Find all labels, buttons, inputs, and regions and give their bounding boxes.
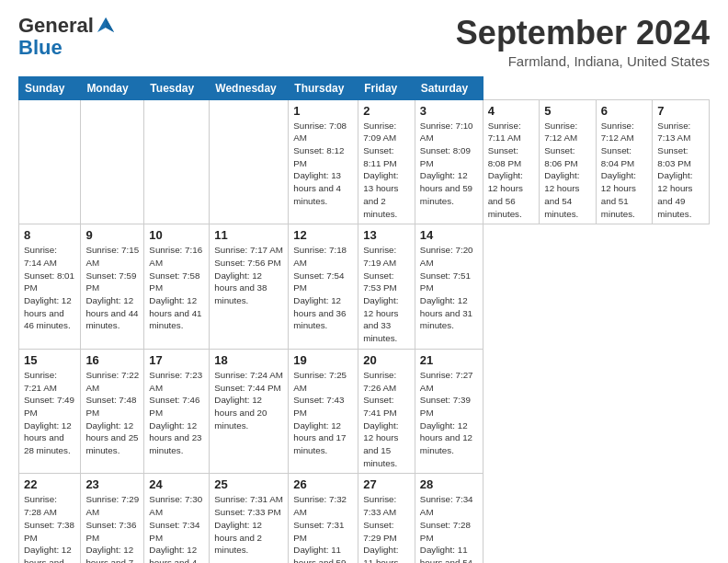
day-number: 6	[601, 104, 648, 118]
day-info: Sunrise: 7:25 AMSunset: 7:43 PMDaylight:…	[293, 370, 347, 455]
table-row: 21 Sunrise: 7:27 AMSunset: 7:39 PMDaylig…	[415, 349, 483, 474]
table-row	[19, 99, 81, 224]
day-number: 20	[363, 353, 410, 367]
day-number: 1	[293, 104, 353, 118]
day-info: Sunrise: 7:34 AMSunset: 7:28 PMDaylight:…	[420, 494, 473, 563]
day-info: Sunrise: 7:12 AMSunset: 8:06 PMDaylight:…	[544, 121, 579, 219]
table-row: 23 Sunrise: 7:29 AMSunset: 7:36 PMDaylig…	[81, 474, 144, 563]
day-number: 22	[24, 477, 75, 491]
calendar-week-row: 15 Sunrise: 7:21 AMSunset: 7:49 PMDaylig…	[19, 349, 710, 474]
table-row	[210, 99, 289, 224]
day-number: 4	[488, 104, 535, 118]
day-number: 19	[293, 353, 353, 367]
day-info: Sunrise: 7:31 AMSunset: 7:33 PMDaylight:…	[214, 494, 283, 555]
day-number: 26	[293, 477, 353, 491]
day-info: Sunrise: 7:13 AMSunset: 8:03 PMDaylight:…	[657, 121, 692, 219]
table-row: 1 Sunrise: 7:08 AMSunset: 8:12 PMDayligh…	[289, 99, 358, 224]
table-row: 7 Sunrise: 7:13 AMSunset: 8:03 PMDayligh…	[653, 99, 710, 224]
table-row: 25 Sunrise: 7:31 AMSunset: 7:33 PMDaylig…	[210, 474, 289, 563]
day-info: Sunrise: 7:22 AMSunset: 7:48 PMDaylight:…	[85, 370, 139, 455]
col-tuesday: Tuesday	[144, 76, 210, 99]
col-saturday: Saturday	[415, 76, 483, 99]
table-row: 8 Sunrise: 7:14 AMSunset: 8:01 PMDayligh…	[19, 224, 81, 350]
day-info: Sunrise: 7:29 AMSunset: 7:36 PMDaylight:…	[85, 494, 139, 563]
day-info: Sunrise: 7:30 AMSunset: 7:34 PMDaylight:…	[149, 494, 202, 563]
table-row	[144, 99, 210, 224]
title-block: September 2024 Farmland, Indiana, United…	[456, 15, 710, 69]
svg-marker-1	[106, 17, 114, 32]
table-row: 11 Sunrise: 7:17 AMSunset: 7:56 PMDaylig…	[210, 224, 289, 350]
day-number: 25	[214, 477, 283, 491]
day-number: 23	[85, 477, 139, 491]
calendar-header-row: Sunday Monday Tuesday Wednesday Thursday…	[19, 76, 710, 99]
col-thursday: Thursday	[289, 76, 358, 99]
table-row: 13 Sunrise: 7:19 AMSunset: 7:53 PMDaylig…	[358, 224, 415, 350]
table-row: 9 Sunrise: 7:15 AMSunset: 7:59 PMDayligh…	[81, 224, 144, 350]
day-info: Sunrise: 7:08 AMSunset: 8:12 PMDaylight:…	[293, 121, 347, 206]
day-number: 7	[657, 104, 704, 118]
day-info: Sunrise: 7:16 AMSunset: 7:58 PMDaylight:…	[149, 245, 202, 330]
day-info: Sunrise: 7:12 AMSunset: 8:04 PMDaylight:…	[601, 121, 636, 219]
logo-blue-text: Blue	[18, 37, 63, 59]
day-number: 28	[420, 477, 478, 491]
table-row: 27 Sunrise: 7:33 AMSunset: 7:29 PMDaylig…	[358, 474, 415, 563]
day-number: 16	[85, 353, 139, 367]
calendar-week-row: 22 Sunrise: 7:28 AMSunset: 7:38 PMDaylig…	[19, 474, 710, 563]
day-info: Sunrise: 7:33 AMSunset: 7:29 PMDaylight:…	[363, 494, 398, 563]
day-info: Sunrise: 7:14 AMSunset: 8:01 PMDaylight:…	[24, 245, 74, 330]
day-info: Sunrise: 7:19 AMSunset: 7:53 PMDaylight:…	[363, 245, 398, 343]
logo-general-text: General	[18, 15, 94, 37]
table-row: 3 Sunrise: 7:10 AMSunset: 8:09 PMDayligh…	[415, 99, 483, 224]
calendar-week-row: 1 Sunrise: 7:08 AMSunset: 8:12 PMDayligh…	[19, 99, 710, 224]
col-monday: Monday	[81, 76, 144, 99]
table-row: 26 Sunrise: 7:32 AMSunset: 7:31 PMDaylig…	[289, 474, 358, 563]
day-info: Sunrise: 7:20 AMSunset: 7:51 PMDaylight:…	[420, 245, 473, 330]
day-number: 14	[420, 228, 478, 242]
day-number: 17	[149, 353, 204, 367]
table-row: 10 Sunrise: 7:16 AMSunset: 7:58 PMDaylig…	[144, 224, 210, 350]
day-info: Sunrise: 7:11 AMSunset: 8:08 PMDaylight:…	[488, 121, 523, 219]
day-info: Sunrise: 7:23 AMSunset: 7:46 PMDaylight:…	[149, 370, 202, 455]
table-row: 24 Sunrise: 7:30 AMSunset: 7:34 PMDaylig…	[144, 474, 210, 563]
table-row: 17 Sunrise: 7:23 AMSunset: 7:46 PMDaylig…	[144, 349, 210, 474]
logo-bird-icon	[96, 16, 116, 36]
day-number: 12	[293, 228, 353, 242]
day-number: 24	[149, 477, 204, 491]
day-info: Sunrise: 7:21 AMSunset: 7:49 PMDaylight:…	[24, 370, 74, 455]
day-info: Sunrise: 7:15 AMSunset: 7:59 PMDaylight:…	[85, 245, 139, 330]
day-number: 18	[214, 353, 283, 367]
day-number: 8	[24, 228, 75, 242]
table-row	[81, 99, 144, 224]
table-row: 5 Sunrise: 7:12 AMSunset: 8:06 PMDayligh…	[540, 99, 597, 224]
day-number: 11	[214, 228, 283, 242]
table-row: 6 Sunrise: 7:12 AMSunset: 8:04 PMDayligh…	[596, 99, 653, 224]
table-row: 28 Sunrise: 7:34 AMSunset: 7:28 PMDaylig…	[415, 474, 483, 563]
table-row: 20 Sunrise: 7:26 AMSunset: 7:41 PMDaylig…	[358, 349, 415, 474]
table-row: 2 Sunrise: 7:09 AMSunset: 8:11 PMDayligh…	[358, 99, 415, 224]
header: General Blue September 2024 Farmland, In…	[18, 15, 710, 69]
day-info: Sunrise: 7:24 AMSunset: 7:44 PMDaylight:…	[214, 370, 283, 431]
day-number: 27	[363, 477, 410, 491]
page: General Blue September 2024 Farmland, In…	[0, 0, 728, 563]
day-info: Sunrise: 7:09 AMSunset: 8:11 PMDaylight:…	[363, 121, 398, 219]
day-info: Sunrise: 7:28 AMSunset: 7:38 PMDaylight:…	[24, 494, 74, 563]
day-info: Sunrise: 7:17 AMSunset: 7:56 PMDaylight:…	[214, 245, 283, 305]
logo: General Blue	[18, 15, 116, 59]
day-info: Sunrise: 7:32 AMSunset: 7:31 PMDaylight:…	[293, 494, 347, 563]
day-number: 10	[149, 228, 204, 242]
col-wednesday: Wednesday	[210, 76, 289, 99]
day-info: Sunrise: 7:27 AMSunset: 7:39 PMDaylight:…	[420, 370, 473, 455]
table-row: 22 Sunrise: 7:28 AMSunset: 7:38 PMDaylig…	[19, 474, 81, 563]
location: Farmland, Indiana, United States	[456, 53, 710, 69]
table-row: 14 Sunrise: 7:20 AMSunset: 7:51 PMDaylig…	[415, 224, 483, 350]
day-number: 3	[420, 104, 478, 118]
table-row: 4 Sunrise: 7:11 AMSunset: 8:08 PMDayligh…	[483, 99, 540, 224]
table-row: 16 Sunrise: 7:22 AMSunset: 7:48 PMDaylig…	[81, 349, 144, 474]
day-info: Sunrise: 7:10 AMSunset: 8:09 PMDaylight:…	[420, 121, 473, 206]
calendar-week-row: 8 Sunrise: 7:14 AMSunset: 8:01 PMDayligh…	[19, 224, 710, 350]
day-number: 21	[420, 353, 478, 367]
day-number: 13	[363, 228, 410, 242]
day-number: 5	[544, 104, 591, 118]
day-number: 9	[85, 228, 139, 242]
day-info: Sunrise: 7:18 AMSunset: 7:54 PMDaylight:…	[293, 245, 347, 330]
